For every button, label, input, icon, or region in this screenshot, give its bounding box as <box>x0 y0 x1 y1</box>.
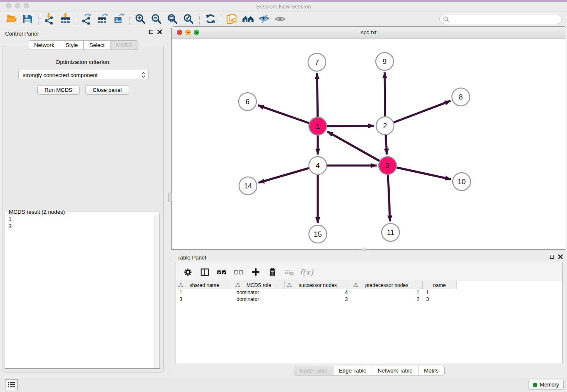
open-session-button[interactable] <box>3 13 19 25</box>
delete-column-button[interactable] <box>265 265 280 279</box>
function-builder-button[interactable]: f(x) <box>299 265 314 279</box>
export-image-button[interactable] <box>111 13 127 25</box>
graph-node-3[interactable]: 3 <box>379 157 396 174</box>
graph-node-label: 11 <box>387 229 394 237</box>
criterion-dropdown[interactable]: strongly connected component <box>18 70 149 80</box>
toolbar-separator <box>199 14 200 25</box>
column-header-label: successor nodes <box>299 282 337 288</box>
control-panel-title: Control Panel <box>5 30 39 37</box>
network-window-titlebar[interactable]: scc.txt <box>172 27 566 39</box>
zoom-out-button[interactable] <box>149 13 165 25</box>
close-panel-icon[interactable] <box>157 30 162 34</box>
export-network-icon <box>81 13 93 25</box>
table-cell[interactable]: 3 <box>285 296 351 303</box>
edge-2-8[interactable] <box>385 101 451 126</box>
table-mode-button[interactable] <box>180 265 195 279</box>
graph-node-2[interactable]: 2 <box>376 117 394 135</box>
panel-splitter-handle[interactable] <box>168 193 172 202</box>
refresh-layout-icon <box>205 13 216 25</box>
network-window: scc.txt 7968124314101511 <box>171 26 566 250</box>
minimize-network-window-button[interactable] <box>185 30 191 35</box>
graph-node-6[interactable]: 6 <box>239 93 256 110</box>
float-panel-icon[interactable] <box>149 30 153 34</box>
tab-network[interactable]: Network <box>28 40 60 50</box>
tab-style[interactable]: Style <box>60 40 84 50</box>
column-header-predecessor-nodes[interactable]: predecessor nodes <box>351 281 423 289</box>
export-network-button[interactable] <box>79 13 95 25</box>
checked-boxes-icon <box>217 267 227 277</box>
table-cell[interactable]: 2 <box>351 296 423 303</box>
float-table-panel-icon[interactable] <box>550 255 554 259</box>
task-history-button[interactable] <box>5 379 18 390</box>
table-cell[interactable]: 1 <box>176 289 233 296</box>
minimize-window-button[interactable] <box>15 3 20 8</box>
table-cell[interactable]: dominator <box>233 296 285 303</box>
zoom-out-icon <box>151 13 162 25</box>
column-header-shared-name[interactable]: shared name <box>176 281 233 289</box>
close-network-window-button[interactable] <box>177 30 182 35</box>
graph-node-7[interactable]: 7 <box>308 53 326 71</box>
table-tab-node-table[interactable]: Node Table <box>294 366 333 375</box>
table-row[interactable]: 3dominator323 <box>176 296 562 303</box>
import-table-button[interactable] <box>57 13 73 25</box>
table-cell[interactable]: 3 <box>423 296 457 303</box>
control-panel-tabs: NetworkStyleSelectMCDS <box>0 40 166 50</box>
tab-select[interactable]: Select <box>83 40 110 50</box>
zoom-fit-button[interactable] <box>165 13 181 25</box>
new-network-from-selection-button[interactable] <box>224 13 240 25</box>
graph-node-8[interactable]: 8 <box>452 88 470 106</box>
gear-icon <box>183 268 193 277</box>
maximize-network-window-button[interactable] <box>194 30 199 35</box>
memory-button[interactable]: Memory <box>528 380 564 390</box>
column-header-name[interactable]: name <box>423 281 457 289</box>
import-network-button[interactable] <box>41 13 57 25</box>
table-cell[interactable]: 3 <box>176 296 233 303</box>
graph-node-1[interactable]: 1 <box>309 117 327 135</box>
first-neighbors-button[interactable] <box>240 13 256 25</box>
run-mcds-button[interactable]: Run MCDS <box>37 85 80 95</box>
apply-preferred-layout-button[interactable] <box>202 13 218 25</box>
memory-button-label: Memory <box>540 382 559 388</box>
close-window-button[interactable] <box>6 3 11 8</box>
export-table-button[interactable] <box>95 13 111 25</box>
graph-node-11[interactable]: 11 <box>382 224 399 241</box>
network-window-resize-grip[interactable] <box>362 248 366 251</box>
delete-table-button[interactable] <box>282 265 297 279</box>
zoom-window-button[interactable] <box>24 3 29 8</box>
table-row[interactable]: 1dominator411 <box>176 289 562 296</box>
clear-checkboxes-button[interactable] <box>231 265 246 279</box>
zoom-in-button[interactable] <box>132 13 149 25</box>
table-cell[interactable]: 1 <box>351 289 423 296</box>
table-cell[interactable]: 1 <box>423 289 457 296</box>
close-table-panel-icon[interactable] <box>558 254 563 259</box>
result-scrollbar[interactable] <box>154 215 160 368</box>
graph-node-10[interactable]: 10 <box>453 173 471 190</box>
table-cell[interactable]: 4 <box>285 289 351 296</box>
table-cell[interactable]: dominator <box>233 289 285 296</box>
column-header-successor-nodes[interactable]: successor nodes <box>285 281 351 289</box>
graph-node-15[interactable]: 15 <box>309 225 327 243</box>
select-all-checkboxes-button[interactable] <box>214 265 229 279</box>
create-column-button[interactable] <box>248 265 263 279</box>
save-session-button[interactable] <box>19 13 36 25</box>
edge-3-1[interactable] <box>328 132 388 166</box>
graph-node-label: 6 <box>245 98 249 106</box>
network-window-traffic-lights <box>177 30 199 35</box>
table-tab-motifs[interactable]: Motifs <box>418 366 445 375</box>
close-panel-button[interactable]: Close panel <box>85 85 129 95</box>
table-tab-edge-table[interactable]: Edge Table <box>333 366 372 375</box>
graph-node-4[interactable]: 4 <box>309 157 327 174</box>
table-tab-network-table[interactable]: Network Table <box>372 366 418 375</box>
show-all-button[interactable] <box>272 13 288 25</box>
zoom-selected-button[interactable] <box>181 13 197 25</box>
edge-1-6[interactable] <box>258 105 318 126</box>
hide-selection-button[interactable] <box>256 13 272 25</box>
edge-3-10[interactable] <box>388 166 451 179</box>
tab-mcds[interactable]: MCDS <box>110 40 138 50</box>
graph-node-9[interactable]: 9 <box>376 52 394 70</box>
search-input[interactable] <box>451 15 561 23</box>
graph-node-14[interactable]: 14 <box>239 177 257 195</box>
network-canvas-svg[interactable]: 7968124314101511 <box>172 39 566 249</box>
column-header-MCDS-role[interactable]: MCDS role <box>233 281 285 289</box>
column-selector-button[interactable] <box>197 265 212 279</box>
